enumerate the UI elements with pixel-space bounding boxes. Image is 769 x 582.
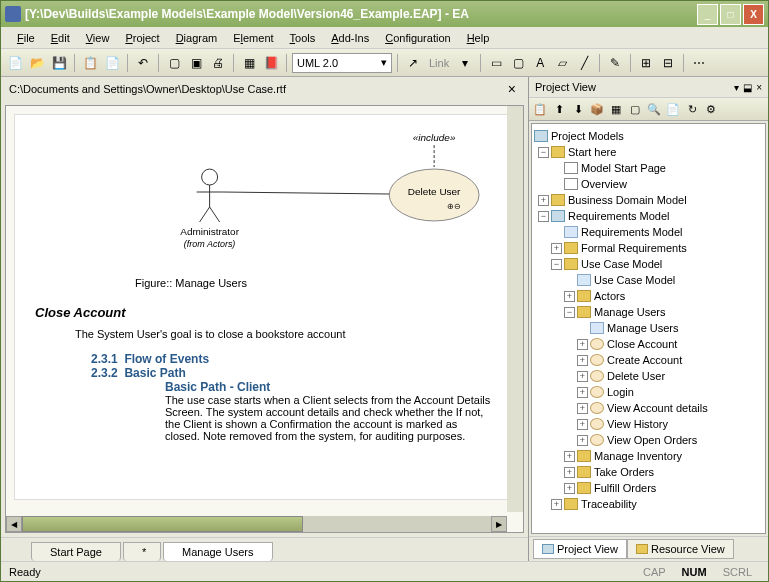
tree-formal-requirements[interactable]: +Formal Requirements — [534, 240, 763, 256]
copy-icon[interactable]: 📋 — [80, 53, 100, 73]
panel-close-icon[interactable]: × — [756, 82, 762, 93]
paste-icon[interactable]: 📄 — [102, 53, 122, 73]
menu-file[interactable]: File — [9, 30, 43, 46]
panel-dropdown-icon[interactable]: ▾ — [734, 82, 739, 93]
ptb-diag-icon[interactable]: ▦ — [607, 100, 625, 118]
collapse-icon[interactable]: − — [564, 307, 575, 318]
scrollbar-horizontal[interactable]: ◀ ▶ — [6, 516, 507, 532]
tree-delete-user[interactable]: +Delete User — [534, 368, 763, 384]
book-icon[interactable]: 📕 — [261, 53, 281, 73]
menu-addins[interactable]: Add-Ins — [323, 30, 377, 46]
menu-configuration[interactable]: Configuration — [377, 30, 458, 46]
uml-combo[interactable]: UML 2.0▾ — [292, 53, 392, 73]
line-icon[interactable]: ╱ — [574, 53, 594, 73]
tree-view-open-orders[interactable]: +View Open Orders — [534, 432, 763, 448]
tree-model-start-page[interactable]: Model Start Page — [534, 160, 763, 176]
expand-icon[interactable]: + — [538, 195, 549, 206]
project-tree[interactable]: Project Models −Start here Model Start P… — [531, 123, 766, 534]
ptb-new-icon[interactable]: 📋 — [531, 100, 549, 118]
doc2-icon[interactable]: ▣ — [186, 53, 206, 73]
scrollbar-vertical[interactable] — [507, 106, 523, 512]
tree-start-here[interactable]: −Start here — [534, 144, 763, 160]
expand-icon[interactable]: + — [551, 243, 562, 254]
pencil-icon[interactable]: ✎ — [605, 53, 625, 73]
save-icon[interactable]: 💾 — [49, 53, 69, 73]
tree-manage-users2[interactable]: Manage Users — [534, 320, 763, 336]
note-icon[interactable]: ▢ — [508, 53, 528, 73]
menu-diagram[interactable]: Diagram — [168, 30, 226, 46]
expand-icon[interactable]: + — [551, 499, 562, 510]
ptb-up-icon[interactable]: ⬆ — [550, 100, 568, 118]
collapse-icon[interactable]: − — [551, 259, 562, 270]
panel-pin-icon[interactable]: ⬓ — [743, 82, 752, 93]
ptb-search-icon[interactable]: 🔍 — [645, 100, 663, 118]
link-dropdown-icon[interactable]: ▾ — [455, 53, 475, 73]
expand-icon[interactable]: + — [564, 467, 575, 478]
tab-manage-users[interactable]: Manage Users — [163, 542, 273, 561]
tree-view-history[interactable]: +View History — [534, 416, 763, 432]
ptb-doc-icon[interactable]: 📄 — [664, 100, 682, 118]
grid-icon[interactable]: ▦ — [239, 53, 259, 73]
menu-help[interactable]: Help — [459, 30, 498, 46]
tab-start-page[interactable]: Start Page — [31, 542, 121, 561]
tree-business-domain[interactable]: +Business Domain Model — [534, 192, 763, 208]
arrow-icon[interactable]: ↗ — [403, 53, 423, 73]
menu-project[interactable]: Project — [117, 30, 167, 46]
menu-tools[interactable]: Tools — [282, 30, 324, 46]
tree-manage-users[interactable]: −Manage Users — [534, 304, 763, 320]
expand-icon[interactable]: + — [577, 355, 588, 366]
tree-manage-inventory[interactable]: +Manage Inventory — [534, 448, 763, 464]
scroll-right-icon[interactable]: ▶ — [491, 516, 507, 532]
more-icon[interactable]: ⋯ — [689, 53, 709, 73]
ptb-elem-icon[interactable]: ▢ — [626, 100, 644, 118]
menu-element[interactable]: Element — [225, 30, 281, 46]
ptb-gear-icon[interactable]: ⚙ — [702, 100, 720, 118]
layout1-icon[interactable]: ⊞ — [636, 53, 656, 73]
menu-view[interactable]: View — [78, 30, 118, 46]
tree-use-case-model[interactable]: −Use Case Model — [534, 256, 763, 272]
tree-login[interactable]: +Login — [534, 384, 763, 400]
doc-close-button[interactable]: × — [504, 81, 520, 97]
tree-requirements-model[interactable]: −Requirements Model — [534, 208, 763, 224]
print-icon[interactable]: 🖨 — [208, 53, 228, 73]
text-icon[interactable]: A — [530, 53, 550, 73]
menu-edit[interactable]: Edit — [43, 30, 78, 46]
tree-view-account-details[interactable]: +View Account details — [534, 400, 763, 416]
tree-actors[interactable]: +Actors — [534, 288, 763, 304]
tree-root[interactable]: Project Models — [534, 128, 763, 144]
tree-take-orders[interactable]: +Take Orders — [534, 464, 763, 480]
expand-icon[interactable]: + — [564, 451, 575, 462]
tab-resource-view[interactable]: Resource View — [627, 539, 734, 559]
doc1-icon[interactable]: ▢ — [164, 53, 184, 73]
ptb-pkg-icon[interactable]: 📦 — [588, 100, 606, 118]
layout2-icon[interactable]: ⊟ — [658, 53, 678, 73]
expand-icon[interactable]: + — [577, 419, 588, 430]
tree-traceability[interactable]: +Traceability — [534, 496, 763, 512]
expand-icon[interactable]: + — [577, 387, 588, 398]
tree-fulfill-orders[interactable]: +Fulfill Orders — [534, 480, 763, 496]
expand-icon[interactable]: + — [577, 339, 588, 350]
collapse-icon[interactable]: − — [538, 211, 549, 222]
tree-create-account[interactable]: +Create Account — [534, 352, 763, 368]
tree-close-account[interactable]: +Close Account — [534, 336, 763, 352]
minimize-button[interactable]: _ — [697, 4, 718, 25]
expand-icon[interactable]: + — [577, 403, 588, 414]
open-icon[interactable]: 📂 — [27, 53, 47, 73]
expand-icon[interactable]: + — [577, 435, 588, 446]
ptb-down-icon[interactable]: ⬇ — [569, 100, 587, 118]
expand-icon[interactable]: + — [577, 371, 588, 382]
scroll-left-icon[interactable]: ◀ — [6, 516, 22, 532]
new-icon[interactable]: 📄 — [5, 53, 25, 73]
tab-project-view[interactable]: Project View — [533, 539, 627, 559]
maximize-button[interactable]: □ — [720, 4, 741, 25]
tree-overview[interactable]: Overview — [534, 176, 763, 192]
ptb-refresh-icon[interactable]: ↻ — [683, 100, 701, 118]
scroll-thumb[interactable] — [22, 516, 303, 532]
expand-icon[interactable]: + — [564, 483, 575, 494]
tree-use-case-model2[interactable]: Use Case Model — [534, 272, 763, 288]
tree-requirements-model2[interactable]: Requirements Model — [534, 224, 763, 240]
close-button[interactable]: X — [743, 4, 764, 25]
shape-icon[interactable]: ▱ — [552, 53, 572, 73]
expand-icon[interactable]: + — [564, 291, 575, 302]
undo-icon[interactable]: ↶ — [133, 53, 153, 73]
